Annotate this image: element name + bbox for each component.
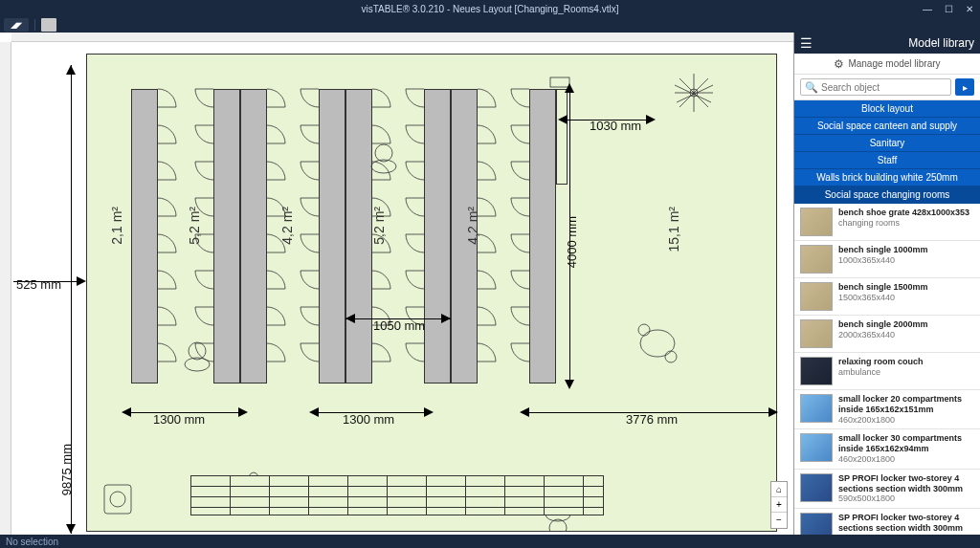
svg-point-12 xyxy=(185,358,210,371)
svg-line-4 xyxy=(679,78,708,107)
svg-point-20 xyxy=(110,492,125,507)
dimension-label: 9875 mm xyxy=(59,444,74,495)
area-label: 4,2 m² xyxy=(465,207,480,245)
zoom-in[interactable]: + xyxy=(771,497,787,513)
area-label: 2,1 m² xyxy=(109,207,124,245)
item-subtitle: 1000x365x440 xyxy=(838,255,974,266)
item-subtitle: 460x200x1800 xyxy=(838,454,974,465)
item-thumbnail xyxy=(800,513,833,535)
item-thumbnail xyxy=(800,319,833,348)
dimension-label: 1030 mm xyxy=(590,119,641,133)
panel-title: Model library xyxy=(818,36,974,50)
area-label: 15,1 m² xyxy=(666,207,681,252)
item-subtitle: 590x500x1800 xyxy=(838,493,974,504)
category-social-space-canteen-and-supply[interactable]: Social space canteen and supply xyxy=(794,118,980,135)
close-button[interactable]: ✕ xyxy=(959,0,980,17)
minimize-button[interactable]: — xyxy=(917,0,938,17)
library-item[interactable]: bench shoe grate 428x1000x353changing ro… xyxy=(794,204,980,241)
library-item[interactable]: small locker 20 compartments inside 165x… xyxy=(794,390,980,429)
item-subtitle: 1500x365x440 xyxy=(838,293,974,303)
library-item[interactable]: relaxing room couchambulance xyxy=(794,353,980,390)
dimension-label: 4000 mm xyxy=(565,216,579,268)
model-library-panel: ☰ Model library ⚙ Manage model library 🔍… xyxy=(793,33,980,535)
toolbar: ◢◤ xyxy=(0,17,980,33)
status-text: No selection xyxy=(6,537,58,547)
library-item[interactable]: bench single 2000mm2000x365x440 xyxy=(794,316,980,353)
item-thumbnail xyxy=(800,245,833,274)
svg-line-6 xyxy=(677,85,713,102)
dimension-label: 1300 mm xyxy=(343,412,394,427)
dimension-label: 1300 mm xyxy=(153,412,205,427)
library-item[interactable]: SP PROFI locker two-storey 4 sections se… xyxy=(794,509,980,535)
library-item[interactable]: SP PROFI locker two-storey 4 sections se… xyxy=(794,470,980,509)
svg-rect-19 xyxy=(104,485,131,514)
item-name: bench shoe grate 428x1000x353 xyxy=(838,208,974,218)
category-block-layout[interactable]: Block layout xyxy=(794,100,980,118)
svg-point-0 xyxy=(690,89,698,97)
item-subtitle: 2000x365x440 xyxy=(838,330,974,340)
item-name: bench single 1000mm xyxy=(838,245,974,255)
item-name: relaxing room couch xyxy=(838,357,974,367)
item-thumbnail xyxy=(800,433,833,462)
library-item[interactable]: small locker 30 compartments inside 165x… xyxy=(794,429,980,469)
floor-plan[interactable] xyxy=(86,54,777,532)
zoom-out[interactable]: − xyxy=(771,513,787,528)
area-label: 5,2 m² xyxy=(187,207,202,245)
category-sanitary[interactable]: Sanitary xyxy=(794,135,980,152)
item-thumbnail xyxy=(800,357,833,385)
item-thumbnail xyxy=(800,282,833,311)
maximize-button[interactable]: ☐ xyxy=(938,0,959,17)
ruler-vertical xyxy=(0,42,11,535)
area-label: 5,2 m² xyxy=(371,207,387,245)
library-list[interactable]: bench shoe grate 428x1000x353changing ro… xyxy=(794,204,980,535)
svg-point-13 xyxy=(375,144,392,162)
menu-icon[interactable]: ☰ xyxy=(800,35,813,51)
svg-point-17 xyxy=(549,519,567,531)
svg-point-9 xyxy=(638,324,650,336)
category-social-space-changing-rooms[interactable]: Social space changing rooms xyxy=(794,186,980,204)
item-name: SP PROFI locker two-storey 4 sections se… xyxy=(838,473,974,494)
svg-point-11 xyxy=(189,342,206,360)
tool-button[interactable] xyxy=(41,18,56,32)
area-label: 4,2 m² xyxy=(279,207,295,245)
window-title: visTABLE® 3.0.210 - Neues Layout [Changi… xyxy=(362,4,619,14)
svg-point-14 xyxy=(371,160,396,173)
nav-home[interactable]: ⌂ xyxy=(771,482,787,497)
item-name: bench single 1500mm xyxy=(838,282,974,293)
item-subtitle: ambulance xyxy=(838,367,974,378)
item-name: SP PROFI locker two-storey 4 sections se… xyxy=(838,513,974,535)
status-bar: No selection xyxy=(0,535,980,548)
zoom-navigator[interactable]: ⌂ + − xyxy=(770,481,788,529)
dimension-label: 525 mm xyxy=(16,277,61,292)
svg-point-10 xyxy=(665,351,677,362)
search-button[interactable]: ▸ xyxy=(955,78,974,96)
item-name: small locker 20 compartments inside 165x… xyxy=(838,394,974,415)
gear-icon[interactable]: ⚙ xyxy=(834,57,844,71)
category-staff[interactable]: Staff xyxy=(794,152,980,169)
item-thumbnail xyxy=(800,394,833,423)
ruler-horizontal xyxy=(11,33,793,42)
item-thumbnail xyxy=(800,208,833,236)
svg-line-3 xyxy=(679,78,708,107)
item-name: small locker 30 compartments inside 165x… xyxy=(838,433,974,454)
title-bar: visTABLE® 3.0.210 - Neues Layout [Changi… xyxy=(0,0,980,17)
library-item[interactable]: bench single 1500mm1500x365x440 xyxy=(794,278,980,316)
item-thumbnail xyxy=(800,473,833,502)
dimension-label: 3776 mm xyxy=(626,412,678,427)
app-logo[interactable]: ◢◤ xyxy=(4,18,29,32)
dimension-label: 1050 mm xyxy=(373,318,425,333)
category-walls-brick-building-white-250mm[interactable]: Walls brick building white 250mm xyxy=(794,169,980,186)
item-subtitle: changing rooms xyxy=(838,218,974,229)
item-name: bench single 2000mm xyxy=(838,319,974,330)
manage-library-link[interactable]: Manage model library xyxy=(848,58,940,69)
svg-point-8 xyxy=(640,330,675,357)
search-input[interactable] xyxy=(821,82,947,93)
item-subtitle: 460x200x1800 xyxy=(838,415,974,426)
svg-line-5 xyxy=(675,85,711,102)
library-item[interactable]: bench single 1000mm1000x365x440 xyxy=(794,241,980,278)
canvas-area[interactable]: 2,1 m²5,2 m²4,2 m²5,2 m²4,2 m²15,1 m² 52… xyxy=(0,33,793,535)
search-icon: 🔍 xyxy=(805,81,818,94)
